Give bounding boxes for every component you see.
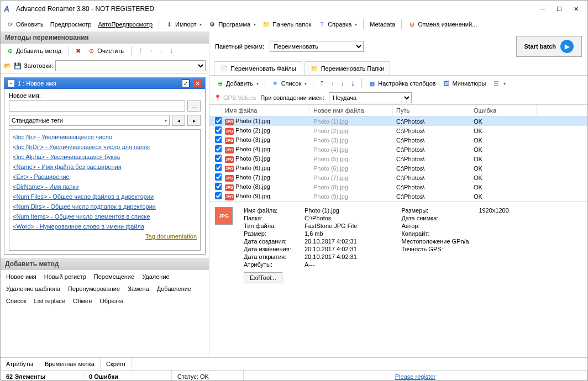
- bottom-tab[interactable]: Атрибуты: [1, 358, 39, 370]
- thumbnails-button[interactable]: 🖼Миниатюры: [440, 78, 489, 88]
- col-error[interactable]: Ошибка: [470, 105, 537, 116]
- row-checkbox[interactable]: [215, 136, 222, 143]
- add-method-item[interactable]: Новый регистр: [44, 273, 86, 280]
- move-bottom-button[interactable]: ⤓: [348, 80, 358, 87]
- table-row[interactable]: JPGPhoto (4).jpg Photo (4).jpg C:\Photos…: [209, 145, 587, 154]
- add-method-item[interactable]: Удаление: [142, 273, 170, 280]
- exiftool-button[interactable]: ExifTool...: [244, 272, 282, 283]
- col-filename[interactable]: Имя файла: [222, 105, 310, 116]
- undo-button[interactable]: ⊘Отмена изменений...: [406, 19, 479, 29]
- add-method-item[interactable]: Перемещение: [94, 273, 134, 280]
- table-row[interactable]: JPGPhoto (3).jpg Photo (3).jpg C:\Photos…: [209, 135, 587, 145]
- table-body[interactable]: JPGPhoto (1).jpg Photo (1).jpg C:\Photos…: [209, 117, 587, 201]
- add-method-item[interactable]: List replace: [34, 298, 65, 304]
- table-row[interactable]: JPGPhoto (2).jpg Photo (2).jpg C:\Photos…: [209, 126, 587, 135]
- move-top-button[interactable]: ⤒: [136, 47, 145, 55]
- program-button[interactable]: ⚙Программа▾: [206, 19, 258, 29]
- preview-button[interactable]: Предпросмотр: [48, 20, 94, 29]
- help-button[interactable]: ?Справка▾: [316, 19, 359, 29]
- refresh-button[interactable]: ⟳Обновить: [4, 19, 46, 29]
- bottom-tab[interactable]: Скрипт: [101, 358, 132, 370]
- tag-link[interactable]: <Word> - Нумерованное слово в имени файл…: [12, 221, 198, 231]
- save-icon[interactable]: 💾: [14, 62, 22, 70]
- tag-link[interactable]: <Inc Nr> - Увеличивающееся число: [12, 132, 198, 142]
- row-checkbox[interactable]: [215, 155, 222, 162]
- tag-link[interactable]: <Inc Alpha> - Увеличивающаяся буква: [12, 152, 198, 162]
- add-method-item[interactable]: Обрезка: [99, 298, 123, 304]
- metadata-button[interactable]: Metadata: [368, 20, 397, 29]
- add-method-item[interactable]: Обмен: [73, 298, 92, 304]
- move-up-button[interactable]: ↑: [148, 47, 155, 54]
- row-checkbox[interactable]: [215, 145, 222, 152]
- close-button[interactable]: ✕: [568, 3, 584, 14]
- method-enabled-checkbox[interactable]: ✓: [182, 80, 190, 87]
- row-checkbox[interactable]: [215, 164, 222, 171]
- tag-link[interactable]: <Inc NrDir> - Увеличивающееся число для …: [12, 142, 198, 152]
- method-close-button[interactable]: ✕: [193, 80, 202, 87]
- tag-link[interactable]: <Num Items> - Общее число элементов в сп…: [12, 211, 198, 221]
- move-up-button[interactable]: ↑: [329, 80, 337, 87]
- new-name-input[interactable]: [9, 100, 185, 112]
- batch-mode-select[interactable]: Переименовать: [270, 41, 364, 52]
- collapse-icon[interactable]: −: [8, 80, 14, 87]
- add-method-item[interactable]: Удаление шаблона: [6, 285, 60, 292]
- tag-documentation-link[interactable]: Tag documentation: [12, 231, 198, 241]
- add-method-item[interactable]: Новое имя: [6, 273, 36, 280]
- row-checkbox[interactable]: [215, 173, 222, 181]
- file-toolbar: ⊕Добавить▾ ≡Список▾ ⤒ ↑ ↓ ⤓ ▦Настройка с…: [209, 76, 587, 91]
- view-mode-button[interactable]: ☰▾: [490, 78, 508, 88]
- import-button[interactable]: ⬇Импорт▾: [163, 19, 204, 29]
- col-path[interactable]: Путь: [393, 105, 470, 116]
- columns-button[interactable]: ▦Настройка столбцов: [366, 78, 438, 88]
- next-button[interactable]: ▸: [187, 115, 201, 126]
- folder-panel-button[interactable]: 📁Панель папок: [260, 19, 313, 29]
- add-method-item[interactable]: Добавление: [157, 285, 191, 292]
- row-checkbox[interactable]: [215, 183, 222, 190]
- list-button[interactable]: ≡Список▾: [269, 78, 309, 88]
- presets-row: 📂 💾 Заготовки:: [1, 58, 209, 74]
- prev-button[interactable]: ◂: [172, 115, 185, 126]
- move-down-button[interactable]: ↓: [339, 80, 347, 87]
- input-menu-button[interactable]: …: [187, 100, 201, 112]
- row-checkbox[interactable]: [215, 117, 222, 124]
- maximize-button[interactable]: ☐: [551, 3, 568, 14]
- move-down-button[interactable]: ↓: [158, 47, 165, 54]
- table-row[interactable]: JPGPhoto (9).jpg Photo (9).jpg C:\Photos…: [209, 192, 587, 201]
- method-header[interactable]: − 1 : Новое имя ✓ ✕: [4, 78, 205, 89]
- minimize-button[interactable]: ─: [534, 3, 551, 14]
- name-collision-select[interactable]: Неудача: [329, 92, 412, 103]
- tag-group-select[interactable]: Стандартные теги▾: [9, 115, 170, 126]
- add-method-item[interactable]: Список: [6, 298, 27, 304]
- tag-link[interactable]: <Ext> - Расширение: [12, 172, 198, 182]
- add-method-button[interactable]: ⊕Добавить метод: [4, 46, 64, 56]
- tag-link[interactable]: <Num Files> - Общее число файлов в дирек…: [12, 192, 198, 202]
- tab-rename-files[interactable]: 📄Переименовать Файлы: [214, 61, 302, 75]
- clear-button[interactable]: ⊘Очистить: [85, 46, 126, 56]
- list-icon: ≡: [271, 80, 279, 87]
- tags-list[interactable]: <Inc Nr> - Увеличивающееся число<Inc NrD…: [9, 129, 201, 251]
- tab-rename-folders[interactable]: 📁Переименовать Папки: [305, 61, 391, 75]
- start-batch-button[interactable]: Start batch ▶: [516, 36, 582, 57]
- presets-select[interactable]: [55, 60, 206, 71]
- tag-link[interactable]: <Num Dirs> - Общее число подпапок в дире…: [12, 202, 198, 211]
- register-link[interactable]: Please register: [395, 373, 435, 380]
- tag-link[interactable]: <DirName> - Имя папки: [12, 182, 198, 192]
- add-method-item[interactable]: Перенумерование: [68, 285, 120, 292]
- col-newname[interactable]: Новое имя файла: [310, 105, 393, 116]
- row-checkbox[interactable]: [215, 126, 222, 134]
- tag-link[interactable]: <Name> - Имя файла без расширения: [12, 162, 198, 172]
- table-row[interactable]: JPGPhoto (7).jpg Photo (7).jpg C:\Photos…: [209, 173, 587, 182]
- add-method-item[interactable]: Замена: [128, 285, 149, 292]
- table-row[interactable]: JPGPhoto (5).jpg Photo (5).jpg C:\Photos…: [209, 154, 587, 163]
- move-top-button[interactable]: ⤒: [317, 80, 327, 87]
- move-bottom-button[interactable]: ⤓: [167, 47, 176, 55]
- add-file-button[interactable]: ⊕Добавить▾: [214, 78, 261, 88]
- folder-open-icon[interactable]: 📂: [4, 62, 12, 70]
- auto-preview-button[interactable]: АвтоПредпросмотр: [96, 20, 155, 29]
- table-row[interactable]: JPGPhoto (1).jpg Photo (1).jpg C:\Photos…: [209, 117, 587, 126]
- delete-icon[interactable]: ✖: [74, 47, 82, 55]
- table-row[interactable]: JPGPhoto (6).jpg Photo (6).jpg C:\Photos…: [209, 163, 587, 173]
- bottom-tab[interactable]: Временная метка: [39, 358, 101, 370]
- table-row[interactable]: JPGPhoto (8).jpg Photo (8).jpg C:\Photos…: [209, 182, 587, 192]
- row-checkbox[interactable]: [215, 192, 222, 199]
